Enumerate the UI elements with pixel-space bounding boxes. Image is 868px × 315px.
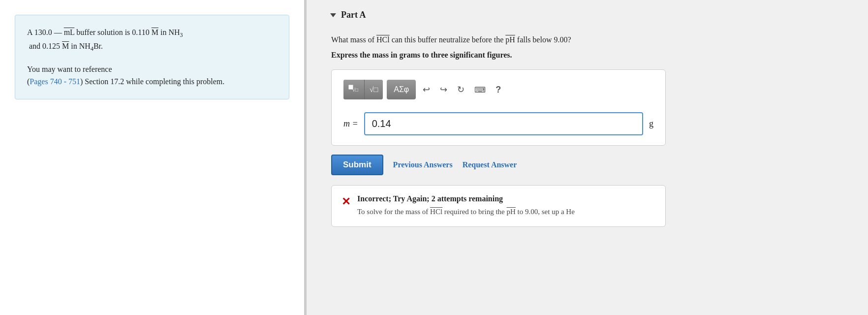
collapse-triangle-icon[interactable]: [330, 13, 336, 17]
part-header: Part A: [331, 10, 848, 20]
nh4-subscript: 4: [91, 46, 93, 53]
right-panel: Part A What mass of HCl can this buffer …: [307, 0, 868, 315]
ph-formula: pH: [505, 35, 515, 44]
question-instruction: Express the mass in grams to three signi…: [331, 51, 848, 60]
undo-icon: ↩: [423, 84, 430, 95]
alpha-button[interactable]: ΑΣφ: [387, 80, 416, 99]
answer-box: ⁴ √ □ √□ ΑΣφ ↩ ↪ ↻: [331, 69, 666, 146]
redo-button[interactable]: ↪: [437, 81, 450, 98]
unit-label: g: [649, 119, 653, 129]
svg-text:□: □: [355, 87, 358, 93]
submit-button[interactable]: Submit: [331, 155, 383, 175]
reference-link[interactable]: Pages 740 - 751: [30, 77, 80, 86]
keyboard-button[interactable]: ⌨: [471, 81, 489, 98]
alpha-icon: ΑΣφ: [394, 85, 409, 94]
reset-button[interactable]: ↻: [454, 81, 467, 98]
radical-button[interactable]: √□: [365, 80, 383, 99]
redo-icon: ↪: [440, 84, 447, 95]
hcl-formula: HCl: [376, 35, 390, 44]
ml-overbar: mL: [64, 28, 75, 36]
math-toolbar-group: ⁴ √ □ √□: [343, 80, 383, 99]
hcl-feedback: HCl: [430, 208, 442, 216]
keyboard-icon: ⌨: [474, 85, 486, 94]
incorrect-icon: ✕: [341, 195, 350, 208]
previous-answers-link[interactable]: Previous Answers: [393, 160, 453, 169]
feedback-text: Incorrect; Try Again; 2 attempts remaini…: [357, 194, 575, 218]
question-text: What mass of HCl can this buffer neutral…: [331, 34, 848, 46]
answer-input[interactable]: [364, 112, 643, 135]
problem-text-1: A 130.0 — mL buffer solution is 0.110 M …: [27, 26, 277, 54]
help-button[interactable]: ?: [493, 81, 504, 98]
feedback-box: ✕ Incorrect; Try Again; 2 attempts remai…: [331, 185, 666, 227]
templates-button[interactable]: ⁴ √ □: [343, 80, 365, 99]
action-row: Submit Previous Answers Request Answer: [331, 155, 848, 175]
reset-icon: ↻: [457, 84, 465, 95]
m-overbar: M: [152, 28, 158, 36]
template-icon: ⁴ √ □: [348, 85, 359, 94]
problem-box: A 130.0 — mL buffer solution is 0.110 M …: [15, 15, 289, 99]
input-label: m =: [343, 119, 358, 129]
help-icon: ?: [496, 85, 501, 95]
toolbar: ⁴ √ □ √□ ΑΣφ ↩ ↪ ↻: [343, 80, 653, 104]
m2-overbar: M: [62, 42, 69, 50]
nh3-subscript: 3: [180, 32, 183, 38]
part-label: Part A: [341, 10, 366, 20]
input-row: m = g: [343, 112, 653, 135]
svg-text:⁴: ⁴: [349, 86, 351, 91]
request-answer-link[interactable]: Request Answer: [463, 160, 517, 169]
feedback-hint: To solve for the mass of HCl required to…: [357, 206, 575, 218]
undo-button[interactable]: ↩: [420, 81, 433, 98]
ph-feedback: pH: [507, 208, 516, 216]
left-panel: A 130.0 — mL buffer solution is 0.110 M …: [0, 0, 305, 315]
problem-text-2: You may want to reference (Pages 740 - 7…: [27, 63, 277, 88]
radical-icon: √□: [370, 86, 378, 94]
feedback-status: Incorrect; Try Again; 2 attempts remaini…: [357, 194, 503, 203]
